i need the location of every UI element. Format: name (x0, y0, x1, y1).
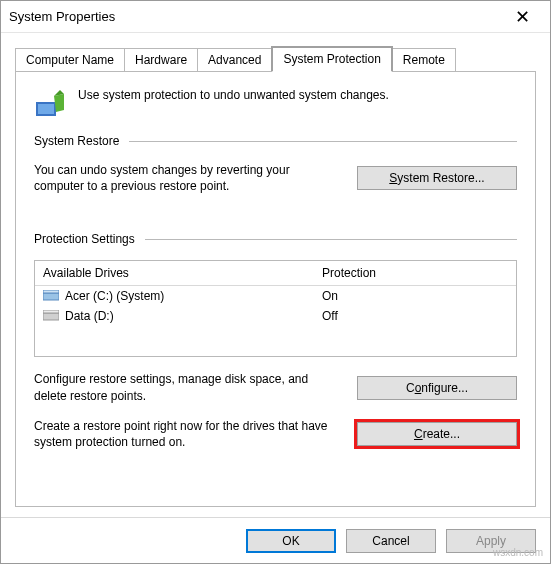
create-button[interactable]: Create... (357, 422, 517, 446)
drives-table: Available Drives Protection Acer (C:) (S… (34, 260, 517, 357)
configure-button[interactable]: Configure... (357, 376, 517, 400)
window-title: System Properties (9, 9, 115, 24)
system-properties-window: System Properties ✕ Computer Name Hardwa… (0, 0, 551, 564)
table-body: Acer (C:) (System) On Data (D:) Off (35, 286, 516, 356)
create-text: Create a restore point right now for the… (34, 418, 339, 450)
drive-icon (43, 310, 59, 322)
tab-computer-name[interactable]: Computer Name (15, 48, 125, 72)
system-restore-button[interactable]: System Restore... (357, 166, 517, 190)
svg-rect-2 (43, 293, 59, 300)
create-row: Create a restore point right now for the… (34, 418, 517, 450)
svg-rect-4 (43, 313, 59, 320)
system-restore-row: You can undo system changes by reverting… (34, 162, 517, 194)
tab-system-protection[interactable]: System Protection (271, 46, 392, 72)
dialog-footer: OK Cancel Apply (1, 517, 550, 563)
configure-row: Configure restore settings, manage disk … (34, 371, 517, 403)
svg-rect-1 (38, 104, 54, 114)
divider (129, 141, 517, 142)
table-row[interactable]: Acer (C:) (System) On (35, 286, 516, 306)
drive-protection: On (314, 286, 516, 306)
drive-name: Data (D:) (65, 309, 114, 323)
tab-panel: Use system protection to undo unwanted s… (15, 71, 536, 507)
drive-protection: Off (314, 306, 516, 326)
tab-hardware[interactable]: Hardware (124, 48, 198, 72)
protection-settings-heading: Protection Settings (34, 232, 135, 246)
apply-button[interactable]: Apply (446, 529, 536, 553)
svg-rect-5 (43, 310, 59, 313)
tab-strip: Computer Name Hardware Advanced System P… (15, 48, 536, 72)
configure-text: Configure restore settings, manage disk … (34, 371, 339, 403)
drive-name: Acer (C:) (System) (65, 289, 164, 303)
col-protection: Protection (314, 261, 516, 286)
system-restore-heading-row: System Restore (34, 134, 517, 148)
close-icon[interactable]: ✕ (502, 6, 542, 28)
cancel-button[interactable]: Cancel (346, 529, 436, 553)
table-row[interactable]: Data (D:) Off (35, 306, 516, 326)
tab-remote[interactable]: Remote (392, 48, 456, 72)
tab-advanced[interactable]: Advanced (197, 48, 272, 72)
col-available-drives: Available Drives (35, 261, 314, 286)
ok-button[interactable]: OK (246, 529, 336, 553)
system-restore-icon (34, 88, 66, 120)
intro-row: Use system protection to undo unwanted s… (34, 88, 517, 120)
titlebar: System Properties ✕ (1, 1, 550, 33)
system-restore-heading: System Restore (34, 134, 119, 148)
drive-icon (43, 290, 59, 302)
svg-rect-3 (43, 290, 59, 293)
table-header: Available Drives Protection (35, 261, 516, 286)
system-restore-text: You can undo system changes by reverting… (34, 162, 339, 194)
divider (145, 239, 517, 240)
intro-text: Use system protection to undo unwanted s… (78, 88, 389, 102)
protection-settings-heading-row: Protection Settings (34, 232, 517, 246)
